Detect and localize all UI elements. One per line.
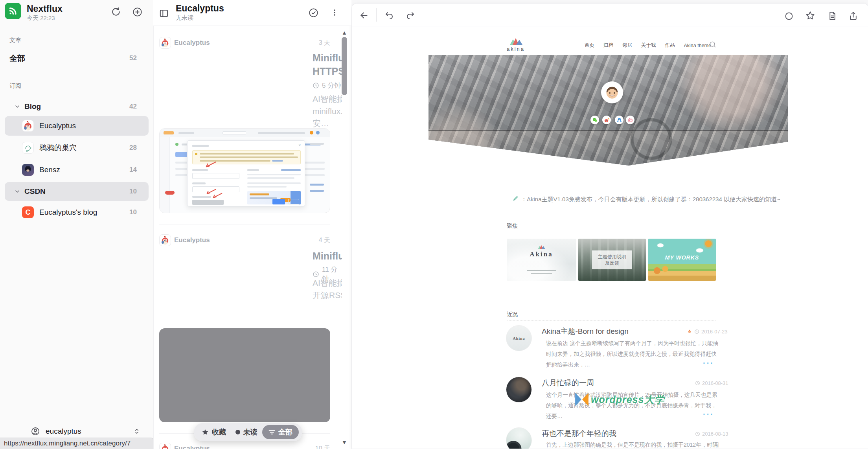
post-meta: 2016-08-13: [695, 431, 728, 437]
star-button[interactable]: [804, 10, 816, 22]
filter-unread[interactable]: 未读: [231, 427, 262, 437]
category-csdn-label: CSDN: [24, 187, 46, 196]
sidebar-feed-eucalyptus[interactable]: Eucalyptus: [5, 116, 149, 136]
social-wechat-icon[interactable]: [590, 116, 599, 124]
featured-card-works[interactable]: MY WORKS: [648, 239, 716, 281]
all-label: 全部: [9, 53, 25, 64]
rss-icon: [8, 6, 18, 16]
filter-lines-icon: [268, 429, 275, 435]
all-count: 52: [129, 54, 137, 62]
social-bilibili-icon[interactable]: [626, 116, 634, 124]
post-more-link[interactable]: ···: [703, 359, 714, 368]
undo-button[interactable]: [383, 9, 395, 21]
site-nav-neighbors[interactable]: 邻居: [622, 42, 632, 49]
scrollbar-thumb[interactable]: [342, 37, 347, 95]
post-excerpt: 首先，上边那张图的确是我，但是不是现在的我，拍摄于2012年，时隔四年 在这毕业…: [546, 440, 719, 449]
post-more-link[interactable]: ···: [703, 410, 714, 419]
post-date: 2016-07-23: [701, 329, 728, 335]
post-meta: 2016-07-23: [687, 329, 728, 335]
refresh-button[interactable]: [110, 6, 122, 18]
site-nav-about[interactable]: 关于我: [641, 42, 656, 49]
back-button[interactable]: [358, 9, 370, 21]
list-header: Eucalyptus 无未读: [153, 0, 351, 26]
clock-icon: [313, 82, 319, 89]
clock-icon: [313, 271, 319, 278]
user-menu[interactable]: eucalyptus: [31, 425, 149, 438]
feed-csdn-blog-count: 10: [129, 208, 137, 216]
article-card-2[interactable]: Eucalyptus 4 天 Miniflux – RSS 订阅 11 分钟 A…: [153, 230, 342, 407]
article-card-1[interactable]: Eucalyptus 3 天 Miniflux 安全升级：绑定域名并开启 HTT…: [153, 26, 342, 230]
post-date: 2016-08-31: [702, 380, 728, 386]
panel-toggle-button[interactable]: [158, 7, 170, 19]
site-nav-archive[interactable]: 归档: [603, 42, 613, 49]
add-feed-button[interactable]: [131, 6, 143, 18]
sidebar-item-all[interactable]: 全部 52: [5, 50, 149, 67]
sidebar-category-blog[interactable]: Blog 42: [5, 98, 149, 115]
sidebar-feed-csdn-blog[interactable]: C Eucalyptus's blog 10: [5, 202, 149, 222]
scrollbar-down-arrow[interactable]: ▼: [341, 440, 348, 445]
sidebar: Nextflux 今天 22:23 文章 全部 52 订阅 Blog 42: [0, 0, 153, 449]
featured-card-akina[interactable]: Akina: [507, 239, 576, 281]
clock-icon: [694, 329, 699, 334]
circle-icon: [784, 11, 794, 21]
announcement-pen-icon: [512, 195, 519, 202]
panel-left-icon: [159, 8, 169, 18]
filter-starred-label: 收藏: [212, 427, 226, 437]
feed-bensz-count: 14: [129, 166, 137, 174]
section-label-recent: 近况: [507, 311, 518, 318]
avatar-face-icon: [603, 83, 621, 101]
category-blog-label: Blog: [24, 102, 41, 111]
scrollbar-up-arrow[interactable]: ▲: [341, 30, 348, 35]
watermark: wordpress大学: [574, 392, 664, 407]
redo-button[interactable]: [405, 9, 416, 21]
site-announcement: ：Akina主题V1.03免费发布，今日会有版本更新，所以创建了群：280362…: [521, 196, 780, 203]
post-thumbnail[interactable]: [506, 427, 532, 449]
site-nav-works[interactable]: 作品: [665, 42, 675, 49]
refresh-icon: [111, 7, 121, 17]
sidebar-category-csdn[interactable]: CSDN 10: [5, 182, 149, 201]
site-logo[interactable]: akina: [507, 37, 525, 52]
post-title[interactable]: Akina主题-Born for design: [542, 326, 629, 337]
list-menu-button[interactable]: [329, 7, 340, 18]
sticky-icon: [687, 329, 692, 335]
site-nav-home[interactable]: 首页: [585, 42, 594, 49]
arrow-left-icon: [359, 10, 369, 20]
post-thumbnail[interactable]: [506, 377, 532, 403]
filter-all[interactable]: 全部: [262, 425, 299, 439]
section-label-focus: 聚焦: [507, 223, 518, 230]
site-search-icon[interactable]: [709, 40, 717, 48]
dot-icon: [235, 430, 240, 434]
watermark-text: wordpress大学: [591, 393, 664, 406]
post-thumbnail[interactable]: Akina: [506, 325, 532, 351]
akina-mountains-icon: [507, 37, 525, 45]
featured-card-guide[interactable]: 主题使用说明 及反馈: [578, 239, 646, 281]
filter-starred[interactable]: 收藏: [197, 427, 231, 437]
post-excerpt: 说在前边 这个主题断断续续写了有两个月了，因为平时也很忙，只能抽时间来弄，加之我…: [546, 338, 719, 370]
post-title[interactable]: 八月忙碌的一周: [542, 378, 594, 388]
redo-icon: [406, 11, 415, 20]
site-nav-akina-theme[interactable]: Akina theme: [684, 43, 711, 48]
article-summary: AI智能摘要Miniflux通过绑定二级域名 miniflux.minglian…: [313, 93, 342, 129]
user-icon: [31, 427, 40, 436]
readability-button[interactable]: [826, 10, 838, 22]
app-title: Nextflux: [27, 4, 63, 14]
sidebar-feed-yaya[interactable]: 鸦鸦的巢穴 28: [5, 138, 149, 158]
post-meta: 2016-08-31: [695, 380, 728, 386]
mark-all-read-button[interactable]: [307, 7, 319, 18]
article-thumbnail-gray: [159, 328, 330, 422]
sidebar-feed-bensz[interactable]: Bensz 14: [5, 160, 149, 180]
hero-avatar[interactable]: [601, 81, 623, 103]
akina-mountains-icon: [536, 244, 546, 249]
share-icon: [848, 11, 858, 21]
eucalyptus-feed-avatar: [22, 120, 34, 132]
article-feed-name: Eucalyptus: [174, 445, 210, 449]
post-title[interactable]: 再也不是那个年轻的我: [542, 429, 616, 439]
filter-all-label: 全部: [278, 427, 292, 437]
social-weibo-icon[interactable]: [602, 116, 611, 124]
category-blog-count: 42: [129, 103, 137, 110]
unread-toggle-button[interactable]: [783, 10, 795, 22]
star-icon: [805, 11, 815, 21]
featured-card-title: Akina: [507, 250, 576, 258]
share-button[interactable]: [847, 10, 859, 22]
social-qq-icon[interactable]: [615, 116, 623, 124]
